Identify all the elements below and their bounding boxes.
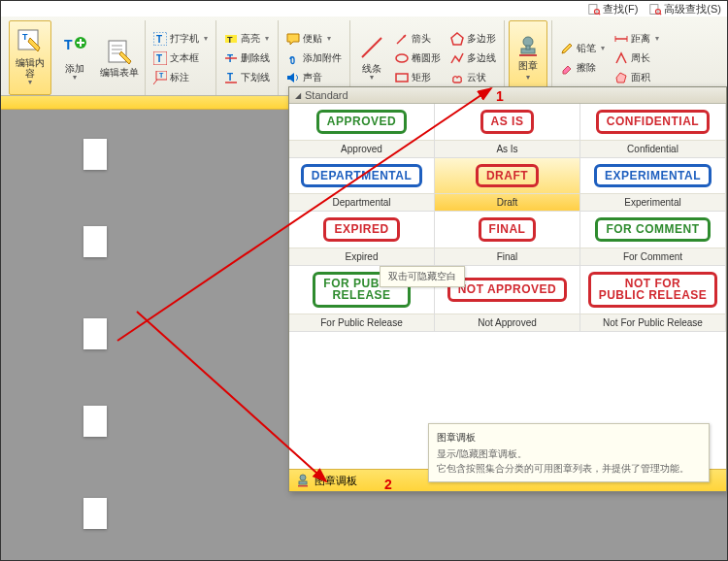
svg-line-5 xyxy=(660,14,662,16)
tooltip-title: 图章调板 xyxy=(437,430,701,445)
stamp-caption: As Is xyxy=(435,140,579,157)
polyline-icon xyxy=(450,51,464,65)
stamp-item-expired[interactable]: EXPIREDExpired xyxy=(289,212,435,266)
tooltip-line: 它包含按照集合分类的可用图章列表，并提供了管理功能。 xyxy=(437,461,701,476)
stamp-item-departmental[interactable]: DEPARTMENTALDepartmental xyxy=(289,158,435,213)
svg-rect-29 xyxy=(396,74,408,82)
chevron-down-icon: ▾ xyxy=(73,74,77,82)
add-icon: T xyxy=(61,34,88,61)
arrow-button[interactable]: 箭头 xyxy=(391,30,445,48)
page-thumb[interactable] xyxy=(83,226,107,257)
stamp-item-draft[interactable]: DRAFTDraft xyxy=(435,158,580,213)
rectangle-icon xyxy=(395,71,409,84)
edit-content-button[interactable]: T 编辑内容 ▾ xyxy=(9,20,51,95)
palette-title: Standard xyxy=(305,89,348,101)
textbox-icon: T xyxy=(153,51,167,65)
polygon-button[interactable]: 多边形 xyxy=(447,30,500,48)
page-thumb[interactable] xyxy=(83,406,107,437)
stamp-panel-label: 图章调板 xyxy=(314,474,357,488)
svg-text:T: T xyxy=(156,34,162,45)
typewriter-button[interactable]: T打字机▾ xyxy=(149,30,212,48)
advanced-find-button[interactable]: 高级查找(S) xyxy=(649,2,721,16)
sound-icon xyxy=(286,71,300,84)
stamp-caption: Not Approved xyxy=(435,314,579,331)
polyline-button[interactable]: 多边线 xyxy=(447,50,500,67)
pencil-button[interactable]: 铅笔▾ xyxy=(556,40,609,57)
stamp-button[interactable]: 图章 ▾ xyxy=(509,20,547,95)
blank-space-tooltip: 双击可隐藏空白 xyxy=(380,266,465,287)
ribbon: T 编辑内容 ▾ T 添加 ▾ 编辑表单 T打字机▾ T文本框 T标注 T高亮▾… xyxy=(1,16,727,96)
callout-button[interactable]: T标注 xyxy=(149,69,212,86)
page-thumb[interactable] xyxy=(83,318,107,349)
edit-content-label: 编辑内容 xyxy=(12,57,49,79)
search-icon xyxy=(588,3,601,16)
palette-header[interactable]: ◢ Standard xyxy=(289,87,726,104)
collapse-icon: ◢ xyxy=(295,91,301,100)
textbox-button[interactable]: T文本框 xyxy=(149,50,212,67)
underline-icon: T xyxy=(224,71,238,84)
stamp-caption: Departmental xyxy=(289,193,434,211)
ellipse-button[interactable]: 椭圆形 xyxy=(391,50,445,67)
chevron-down-icon: ▾ xyxy=(28,79,32,87)
line-button[interactable]: 线条 ▾ xyxy=(354,20,389,95)
page-thumb[interactable] xyxy=(83,139,107,170)
stamp-icon xyxy=(295,473,311,488)
highlight-icon: T xyxy=(224,32,238,46)
chevron-down-icon: ▾ xyxy=(370,74,374,82)
find-button[interactable]: 查找(F) xyxy=(588,2,638,16)
advanced-search-icon xyxy=(649,3,662,16)
svg-text:T: T xyxy=(64,37,73,52)
stamp-item-approved[interactable]: APPROVEDApproved xyxy=(289,104,435,158)
stamp-panel-tooltip: 图章调板 显示/隐藏图章调板。 它包含按照集合分类的可用图章列表，并提供了管理功… xyxy=(428,423,710,482)
stamp-item-not-for-public-release[interactable]: NOT FOR PUBLIC RELEASENot For Public Rel… xyxy=(580,266,726,332)
page-thumb[interactable] xyxy=(83,498,107,529)
line-icon xyxy=(358,34,385,61)
distance-icon xyxy=(614,32,628,46)
cloud-button[interactable]: 云状 xyxy=(447,69,500,86)
sticky-note-button[interactable]: 便贴▾ xyxy=(282,30,346,48)
cloud-icon xyxy=(450,71,464,84)
stamp-caption: Approved xyxy=(289,140,434,157)
stamp-item-experimental[interactable]: EXPERIMENTALExperimental xyxy=(580,158,726,213)
rectangle-button[interactable]: 矩形 xyxy=(391,69,445,86)
svg-text:T: T xyxy=(159,72,164,79)
svg-text:T: T xyxy=(156,53,162,64)
stamp-item-as-is[interactable]: AS ISAs Is xyxy=(435,104,580,158)
edit-form-button[interactable]: 编辑表单 xyxy=(98,20,141,95)
chevron-down-icon: ▾ xyxy=(601,44,605,52)
stamp-caption: Expired xyxy=(289,248,434,265)
stamp-caption: Draft xyxy=(435,193,579,211)
svg-text:T: T xyxy=(227,72,233,82)
chevron-down-icon: ▾ xyxy=(655,34,659,43)
strikeout-icon: T xyxy=(224,51,238,65)
svg-line-2 xyxy=(599,14,601,16)
add-button[interactable]: T 添加 ▾ xyxy=(53,20,96,95)
svg-point-28 xyxy=(396,54,408,62)
callout-icon: T xyxy=(153,71,167,84)
add-label: 添加 xyxy=(65,63,84,74)
svg-rect-39 xyxy=(298,485,308,487)
arrow-icon xyxy=(395,32,409,46)
strikeout-button[interactable]: T删除线 xyxy=(220,50,274,67)
highlight-button[interactable]: T高亮▾ xyxy=(220,30,274,48)
typewriter-icon: T xyxy=(153,32,167,46)
sticky-note-icon xyxy=(286,32,300,46)
svg-text:T: T xyxy=(22,32,28,42)
edit-content-icon: T xyxy=(17,28,44,55)
ellipse-icon xyxy=(395,51,409,65)
stamp-item-confidential[interactable]: CONFIDENTIALConfidential xyxy=(580,104,726,158)
find-label: 查找(F) xyxy=(603,2,638,16)
eraser-icon xyxy=(560,61,574,75)
attach-file-button[interactable]: 添加附件 xyxy=(282,50,346,67)
svg-rect-33 xyxy=(519,54,537,56)
distance-button[interactable]: 距离▾ xyxy=(611,30,663,48)
svg-text:T: T xyxy=(227,35,233,45)
eraser-button[interactable]: 擦除 xyxy=(556,59,609,77)
sound-button[interactable]: 声音 xyxy=(282,69,346,86)
area-button[interactable]: 面积 xyxy=(611,69,663,86)
chevron-down-icon: ▾ xyxy=(265,34,269,43)
stamp-item-for-comment[interactable]: FOR COMMENTFor Comment xyxy=(580,212,726,266)
perimeter-button[interactable]: 周长 xyxy=(611,50,663,67)
stamp-item-final[interactable]: FINALFinal xyxy=(435,212,580,266)
underline-button[interactable]: T下划线 xyxy=(220,69,274,86)
